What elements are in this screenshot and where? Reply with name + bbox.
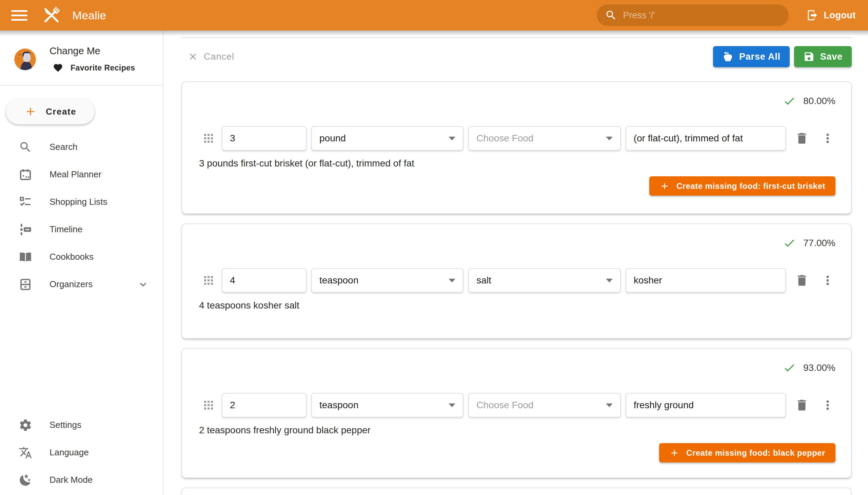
- trash-icon: [795, 273, 809, 288]
- avatar[interactable]: [14, 49, 36, 70]
- magnify-icon: [605, 9, 617, 21]
- sidebar-item-shopping-lists[interactable]: Shopping Lists: [0, 188, 163, 216]
- drag-handle-icon[interactable]: [204, 401, 213, 410]
- kebab-menu-icon: [820, 131, 835, 146]
- sidebar-item-dark-mode[interactable]: Dark Mode: [0, 466, 163, 494]
- save-icon: [803, 51, 815, 62]
- quantity-input[interactable]: [230, 275, 299, 286]
- create-missing-food-button[interactable]: Create missing food: first-cut brisket: [649, 176, 835, 195]
- note-field[interactable]: [626, 393, 786, 417]
- quantity-input[interactable]: [230, 400, 299, 411]
- drawers-icon: [19, 278, 32, 291]
- sidebar-item-organizers[interactable]: Organizers: [0, 271, 163, 298]
- note-input[interactable]: [634, 133, 778, 144]
- unit-select[interactable]: teaspoon: [311, 268, 463, 293]
- scrolled-card-edge: [182, 37, 852, 38]
- sidebar-item-label: Settings: [50, 420, 81, 430]
- timeline-icon: [19, 223, 32, 236]
- unit-value: teaspoon: [319, 400, 358, 411]
- favorite-recipes-link[interactable]: Favorite Recipes: [53, 63, 135, 73]
- cancel-label: Cancel: [204, 52, 234, 62]
- plus-icon: [660, 181, 670, 191]
- ingredient-menu-button[interactable]: [820, 397, 835, 413]
- save-button[interactable]: Save: [794, 46, 852, 67]
- food-select[interactable]: salt: [468, 268, 620, 293]
- hamburger-menu-icon[interactable]: [11, 8, 28, 22]
- unit-select[interactable]: pound: [311, 126, 463, 151]
- parse-all-button[interactable]: Parse All: [713, 46, 790, 67]
- quantity-field[interactable]: [222, 126, 307, 151]
- sidebar-item-label: Search: [50, 142, 77, 152]
- confidence-row: 77.00%: [199, 236, 835, 250]
- plus-icon: [24, 105, 37, 118]
- drag-handle-icon[interactable]: [204, 134, 213, 143]
- create-missing-food-label: Create missing food: first-cut brisket: [677, 182, 825, 191]
- create-missing-food-button[interactable]: Create missing food: black pepper: [659, 443, 835, 462]
- check-icon: [783, 95, 796, 107]
- trash-icon: [795, 398, 809, 412]
- food-select[interactable]: Choose Food: [468, 126, 620, 151]
- quantity-field[interactable]: [222, 393, 307, 417]
- trash-icon: [795, 131, 809, 146]
- sidebar-item-label: Shopping Lists: [50, 197, 107, 207]
- ingredient-field-row: teaspoon Choose Food: [199, 393, 835, 417]
- kebab-menu-icon: [820, 398, 835, 412]
- global-search[interactable]: [597, 4, 789, 26]
- open-book-icon: [19, 250, 32, 264]
- sidebar-item-label: Language: [50, 447, 89, 458]
- cancel-button[interactable]: Cancel: [184, 49, 238, 64]
- sidebar-item-language[interactable]: Language: [0, 439, 163, 466]
- food-value: salt: [476, 275, 491, 286]
- drag-handle-icon[interactable]: [204, 276, 213, 285]
- sidebar-item-meal-planner[interactable]: Meal Planner: [0, 161, 163, 188]
- chevron-down-icon: [448, 137, 455, 140]
- note-input[interactable]: [634, 400, 778, 411]
- note-field[interactable]: [626, 268, 786, 293]
- sidebar-item-search[interactable]: Search: [0, 133, 163, 161]
- search-input[interactable]: [623, 10, 781, 21]
- ingredient-card-partial: [182, 488, 852, 495]
- sidebar-item-settings[interactable]: Settings: [0, 411, 163, 439]
- sidebar-item-label: Organizers: [50, 279, 92, 290]
- parser-toolbar: Cancel Parse All Save: [182, 46, 852, 67]
- sidebar-divider: [0, 85, 163, 86]
- food-select[interactable]: Choose Food: [468, 393, 620, 417]
- crossed-fork-knife-icon: [40, 4, 63, 27]
- quantity-input[interactable]: [230, 133, 299, 144]
- delete-ingredient-button[interactable]: [794, 273, 810, 288]
- ingredient-field-row: pound Choose Food: [199, 126, 835, 151]
- note-field[interactable]: [626, 126, 786, 151]
- unit-value: pound: [319, 133, 346, 144]
- ingredient-menu-button[interactable]: [820, 131, 835, 146]
- logout-label: Logout: [824, 10, 856, 21]
- sidebar-item-timeline[interactable]: Timeline: [0, 216, 163, 243]
- create-button[interactable]: Create: [6, 99, 95, 124]
- app-title: Mealie: [72, 9, 106, 22]
- delete-ingredient-button[interactable]: [794, 397, 810, 413]
- user-block: Change Me Favorite Recipes: [0, 31, 163, 85]
- kebab-menu-icon: [820, 273, 835, 288]
- chevron-down-icon: [606, 404, 613, 407]
- ingredient-menu-button[interactable]: [820, 273, 835, 288]
- ingredient-card: 77.00% teaspoon salt 4 teaspoons kosher …: [182, 223, 852, 339]
- confidence-value: 77.00%: [803, 238, 835, 249]
- delete-ingredient-button[interactable]: [794, 131, 810, 146]
- plus-icon: [669, 448, 680, 458]
- chevron-down-icon: [606, 137, 613, 140]
- sidebar-item-label: Dark Mode: [50, 475, 92, 485]
- note-input[interactable]: [634, 275, 778, 286]
- sidebar-item-cookbooks[interactable]: Cookbooks: [0, 243, 163, 271]
- chevron-down-icon: [448, 279, 455, 283]
- heart-icon: [53, 63, 63, 73]
- unit-select[interactable]: teaspoon: [311, 393, 463, 417]
- sidebar: Change Me Favorite Recipes Create Search…: [0, 31, 164, 495]
- logout-button[interactable]: Logout: [802, 6, 860, 25]
- checklist-icon: [19, 195, 32, 209]
- quantity-field[interactable]: [222, 268, 307, 293]
- sidebar-item-label: Meal Planner: [50, 169, 101, 180]
- confidence-row: 80.00%: [199, 94, 835, 108]
- ingredient-field-row: teaspoon salt: [199, 268, 835, 293]
- original-ingredient-text: 3 pounds first-cut brisket (or flat-cut)…: [199, 158, 835, 169]
- confidence-row: 93.00%: [199, 361, 835, 375]
- original-ingredient-text: 4 teaspoons kosher salt: [199, 300, 835, 311]
